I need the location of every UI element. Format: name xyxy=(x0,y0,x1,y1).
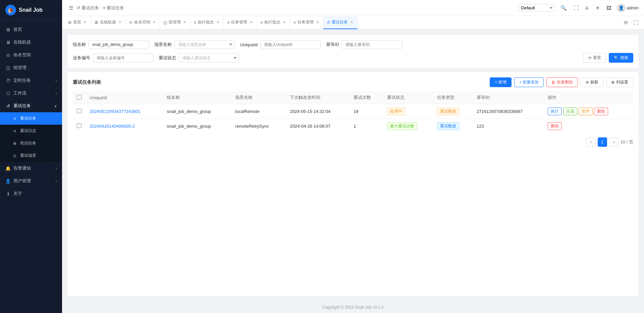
breadcrumb-retry2-icon: ≡ xyxy=(103,5,106,10)
batch-add-button[interactable]: + 批量添加 xyxy=(514,77,544,87)
row1-delete-btn[interactable]: 删除 xyxy=(594,108,608,115)
workspace-select[interactable]: Default xyxy=(518,4,555,12)
sidebar-item-user-mgmt[interactable]: 👤 用户管理 › xyxy=(0,175,62,187)
select-all-checkbox[interactable] xyxy=(77,95,82,100)
tab-home[interactable]: ⊞ 首页 ✕ xyxy=(65,16,91,29)
biz-no-input[interactable] xyxy=(93,54,153,62)
column-settings-button[interactable]: ⚙ 列设置 xyxy=(606,77,633,87)
screenshot-icon[interactable]: 🖼 xyxy=(605,4,613,12)
batch-delete-button[interactable]: 🗑 批量删除 xyxy=(546,77,578,87)
scene-name-select[interactable]: 请输入场景名称 xyxy=(174,40,235,49)
sidebar-item-timed-task[interactable]: ⏱ 定时任务 › xyxy=(0,74,62,87)
row1-checkbox-cell xyxy=(73,104,86,119)
sidebar-item-retry-scene[interactable]: ⊙ 重试场景 xyxy=(0,149,62,162)
tab-exec-batch2-close[interactable]: ✕ xyxy=(282,20,286,24)
data-table: UniqueId 组名称 场景名称 下次触发发时间 重试次数 重试状态 任务类型… xyxy=(73,91,633,133)
row1-op-group: 执行 完成 暂停 删除 xyxy=(548,108,629,115)
sidebar-logo: 🐌 Snail Job xyxy=(0,0,62,20)
filter-group-name: 组名称 xyxy=(73,40,149,49)
tab-retry-label: 重试任务 xyxy=(332,19,348,25)
sidebar-item-user-label: 用户管理 xyxy=(13,178,31,184)
search-icon[interactable]: 🔍 xyxy=(559,4,568,12)
refresh-button[interactable]: ⟳ 刷新 xyxy=(581,77,603,87)
sidebar-item-workflow[interactable]: ⬡ 工作流 › xyxy=(0,87,62,100)
sidebar-item-online-machine[interactable]: 🖥 在线机器 xyxy=(0,36,62,49)
namespace-icon: ⊙ xyxy=(5,53,11,58)
tab-task-mgmt-icon: ≡ xyxy=(227,20,229,25)
row1-checkbox[interactable] xyxy=(77,109,82,113)
col-group-name: 组名称 xyxy=(163,91,231,104)
topbar: ☰ ↺ 重试任务 / ≡ 重试任务 Default 🔍 ⛶ A ☀ 🖼 👤 ad… xyxy=(62,0,644,16)
row1-unique-id-link[interactable]: 202405120934377243601 xyxy=(90,109,141,114)
main-content: ☰ ↺ 重试任务 / ≡ 重试任务 Default 🔍 ⛶ A ☀ 🖼 👤 ad… xyxy=(62,0,644,313)
filter-unique-id: UniqueId xyxy=(240,40,321,49)
row2-checkbox[interactable] xyxy=(77,123,82,128)
tab-retry-close[interactable]: ✕ xyxy=(350,20,354,24)
tab-group[interactable]: ◫ 组管理 ✕ xyxy=(160,16,191,29)
row1-complete-btn[interactable]: 完成 xyxy=(563,108,577,115)
next-page-button[interactable]: › xyxy=(609,137,619,147)
tab-online-machine[interactable]: 🖥 在线机器 ✕ xyxy=(91,16,126,29)
topbar-left: ☰ ↺ 重试任务 / ≡ 重试任务 xyxy=(67,4,124,12)
unique-id-input[interactable] xyxy=(260,40,321,49)
search-button[interactable]: 🔍 搜索 xyxy=(609,53,633,63)
row2-task-type: 重试数据 xyxy=(433,119,473,134)
row1-execute-btn[interactable]: 执行 xyxy=(548,108,562,115)
tab-exec-batch[interactable]: ≡ 执行批次 ✕ xyxy=(191,16,224,29)
reset-button[interactable]: ⟳ 重置 xyxy=(583,53,606,63)
idemp-input[interactable] xyxy=(342,40,402,49)
theme-icon[interactable]: ☀ xyxy=(594,4,601,12)
row2-delete-btn[interactable]: 删除 xyxy=(548,122,562,130)
sidebar-item-workflow-label: 工作流 xyxy=(13,90,26,96)
topbar-right: Default 🔍 ⛶ A ☀ 🖼 👤 admin xyxy=(518,4,639,12)
sidebar-item-dead-letter[interactable]: ⊗ 死信任务 xyxy=(0,137,62,149)
tab-exec-batch2[interactable]: ≡ 执行批次 ✕ xyxy=(257,16,290,29)
row2-op-group: 删除 xyxy=(548,122,629,130)
sidebar-item-retry-task[interactable]: ≡ 重试任务 xyxy=(0,112,62,125)
tab-task-mgmt[interactable]: ≡ 任务管理 ✕ xyxy=(224,16,257,29)
tab-namespace[interactable]: ⊙ 命名空间 ✕ xyxy=(126,16,160,29)
tab-task-mgmt2-close[interactable]: ✕ xyxy=(315,20,320,24)
tab-group-close[interactable]: ✕ xyxy=(182,20,187,24)
translate-icon[interactable]: A xyxy=(584,4,590,12)
tab-home-close[interactable]: ✕ xyxy=(83,20,87,24)
copyright-text: Copyright © 2024 Snail Job v3.1.0 xyxy=(322,305,383,310)
sidebar-item-retry-log[interactable]: ≡ 重试日志 xyxy=(0,125,62,137)
sidebar-item-group[interactable]: ◫ 组管理 xyxy=(0,61,62,74)
tab-exec-batch2-icon: ≡ xyxy=(260,20,263,25)
new-button[interactable]: + 新增 xyxy=(490,77,511,87)
sidebar-item-about[interactable]: ℹ 关于 xyxy=(0,187,62,200)
group-name-input[interactable] xyxy=(89,40,149,49)
sidebar-item-alert[interactable]: 🔔 告警通知 › xyxy=(0,162,62,175)
breadcrumb-sep: / xyxy=(100,5,102,10)
tab-group-label: 组管理 xyxy=(169,19,181,25)
tab-online-close[interactable]: ✕ xyxy=(118,20,122,24)
tab-exec-batch-icon: ≡ xyxy=(194,20,196,25)
fullscreen-icon[interactable]: ⛶ xyxy=(572,4,580,12)
row2-scene-name: remoteRetrySync xyxy=(231,119,286,134)
page-1-button[interactable]: 1 xyxy=(598,137,607,147)
tab-exec-batch-close[interactable]: ✕ xyxy=(216,20,220,24)
menu-toggle-icon[interactable]: ☰ xyxy=(67,4,74,12)
tab-task-mgmt2[interactable]: ≡ 任务管理 ✕ xyxy=(290,16,323,29)
sidebar-item-namespace[interactable]: ⊙ 命名空间 xyxy=(0,49,62,61)
reset-label: 重置 xyxy=(593,55,601,61)
tab-namespace-close[interactable]: ✕ xyxy=(152,20,156,24)
tab-online-label: 在线机器 xyxy=(100,19,116,25)
sidebar-item-retry-task-parent[interactable]: ↺ 重试任务 ∨ xyxy=(0,100,62,112)
tabs-expand-icon[interactable]: ⛶ xyxy=(632,18,640,27)
task-type-badge: 重试数据 xyxy=(437,108,459,115)
tab-retry-task[interactable]: ↺ 重试任务 ✕ xyxy=(323,16,358,29)
row1-pause-btn[interactable]: 暂停 xyxy=(579,108,593,115)
sidebar-item-home[interactable]: ⊞ 首页 xyxy=(0,23,62,36)
filter-biz-no: 业务编号 xyxy=(73,54,153,62)
col-operation: 操作 xyxy=(544,91,633,104)
idemp-label: 幂等ID xyxy=(326,42,339,48)
tab-task-mgmt-close[interactable]: ✕ xyxy=(249,20,253,24)
tabs-refresh-icon[interactable]: ⟳ xyxy=(623,18,630,27)
row2-unique-id-link[interactable]: 20240426140406605-2 xyxy=(90,124,135,129)
retry-status-select[interactable]: 请输入重试状态 xyxy=(179,54,239,62)
user-menu[interactable]: 👤 admin xyxy=(617,4,639,12)
table-header: 重试任务列表 + 新增 + 批量添加 🗑 批量删除 ⟳ 刷新 xyxy=(73,77,633,87)
prev-page-button[interactable]: ‹ xyxy=(586,137,596,147)
